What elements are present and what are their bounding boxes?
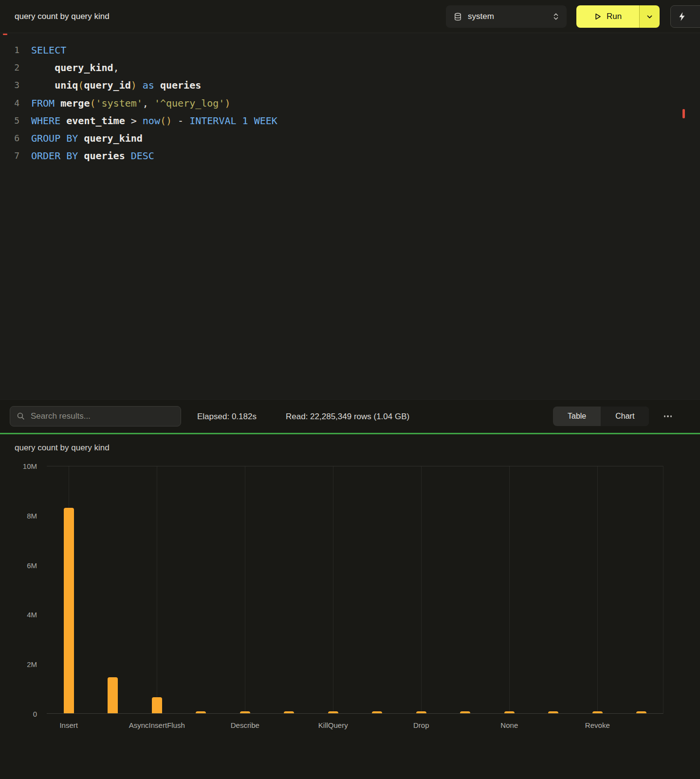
chevron-down-icon [646, 14, 653, 20]
gridline [245, 466, 245, 713]
bar-drop [416, 711, 426, 713]
line-number: 1 [0, 41, 19, 59]
database-icon [454, 13, 462, 21]
dot-icon [664, 415, 666, 417]
lightning-button[interactable] [670, 5, 700, 28]
chart-panel: query count by query kind 10M8M6M4M2M0 I… [0, 434, 700, 779]
search-wrap [10, 406, 181, 427]
y-axis-tick-label: 4M [27, 611, 37, 619]
code-text: WHERE event_time > now() - INTERVAL 1 WE… [31, 112, 277, 130]
x-axis-label: KillQuery [296, 721, 369, 729]
select-chevrons-icon [553, 12, 559, 21]
line-number: 6 [0, 130, 19, 147]
x-axis-label: None [473, 721, 546, 729]
line-number: 3 [0, 76, 19, 94]
line-number: 2 [0, 59, 19, 76]
sql-console-window: query count by query kind system Run [0, 0, 700, 779]
y-axis-tick-label: 10M [23, 462, 37, 470]
y-axis-tick-label: 0 [33, 710, 37, 718]
gridline [157, 466, 157, 713]
bar-describe [240, 711, 250, 713]
code-line: 5WHERE event_time > now() - INTERVAL 1 W… [0, 112, 700, 130]
play-icon [594, 13, 602, 20]
database-name: system [468, 12, 494, 21]
bar-insert [64, 508, 74, 714]
y-axis-tick-label: 8M [27, 511, 37, 519]
bar-asyncinsertflush [152, 697, 162, 713]
bar-unlabeled-5 [284, 711, 294, 713]
tab-chart[interactable]: Chart [601, 407, 649, 426]
bar-killquery [328, 711, 338, 713]
bar-unlabeled-13 [636, 711, 646, 713]
lightning-icon [678, 12, 686, 21]
run-button[interactable]: Run [576, 5, 639, 28]
tab-table[interactable]: Table [553, 407, 601, 426]
view-toggle: TableChart [553, 407, 649, 426]
code-text: SELECT [31, 41, 66, 59]
code-text: GROUP BY query_kind [31, 130, 143, 147]
code-line: 3 uniq(query_id) as queries [0, 76, 700, 94]
run-label: Run [607, 12, 622, 21]
bar-none [504, 711, 515, 713]
x-axis-label: Drop [385, 721, 458, 729]
code-line: 7ORDER BY queries DESC [0, 147, 700, 165]
database-selector[interactable]: system [446, 5, 567, 28]
bar-unlabeled-9 [460, 711, 470, 713]
x-axis-label: Revoke [561, 721, 634, 729]
y-axis-tick-label: 2M [27, 660, 37, 668]
y-axis: 10M8M6M4M2M0 [0, 466, 41, 714]
line-number: 4 [0, 94, 19, 112]
run-button-group: Run [576, 5, 660, 28]
code-line: 1SELECT [0, 41, 700, 59]
error-marker-icon [3, 34, 7, 35]
scrollbar-error-marker-icon [682, 109, 685, 118]
code-line: 2 query_kind, [0, 59, 700, 76]
gridline [509, 466, 510, 713]
bar-unlabeled-1 [108, 677, 118, 713]
bar-unlabeled-7 [372, 711, 382, 713]
dot-icon [670, 415, 672, 417]
search-results-input[interactable] [10, 406, 181, 427]
code-line: 4FROM merge('system', '^query_log') [0, 94, 700, 112]
x-axis-label: Insert [32, 721, 105, 729]
bar-chart: InsertAsyncInsertFlushDescribeKillQueryD… [47, 466, 663, 714]
elapsed-stat: Elapsed: 0.182s [197, 400, 257, 433]
search-icon [17, 412, 25, 420]
code-text: query_kind, [31, 59, 119, 76]
run-options-button[interactable] [639, 5, 660, 28]
top-bar: query count by query kind system Run [0, 0, 700, 33]
bar-revoke [592, 711, 603, 713]
gridline [421, 466, 422, 713]
line-number: 5 [0, 112, 19, 130]
sql-editor[interactable]: 1SELECT2 query_kind,3 uniq(query_id) as … [0, 33, 700, 399]
code-text: uniq(query_id) as queries [31, 76, 201, 94]
x-axis-label: Describe [208, 721, 281, 729]
gridline [597, 466, 598, 713]
query-title: query count by query kind [15, 0, 110, 33]
bar-unlabeled-11 [548, 711, 558, 713]
gridline [333, 466, 333, 713]
code-lines: 1SELECT2 query_kind,3 uniq(query_id) as … [0, 41, 700, 165]
code-line: 6GROUP BY query_kind [0, 130, 700, 147]
chart-title: query count by query kind [15, 443, 110, 453]
code-text: ORDER BY queries DESC [31, 147, 154, 165]
read-stat: Read: 22,285,349 rows (1.04 GB) [286, 400, 409, 433]
code-text: FROM merge('system', '^query_log') [31, 94, 230, 112]
results-toolbar: Elapsed: 0.182s Read: 22,285,349 rows (1… [0, 399, 700, 433]
more-options-button[interactable] [657, 407, 679, 426]
line-number: 7 [0, 147, 19, 165]
x-axis-label: AsyncInsertFlush [120, 721, 193, 729]
dot-icon [667, 415, 669, 417]
bar-unlabeled-3 [196, 711, 206, 713]
y-axis-tick-label: 6M [27, 561, 37, 569]
